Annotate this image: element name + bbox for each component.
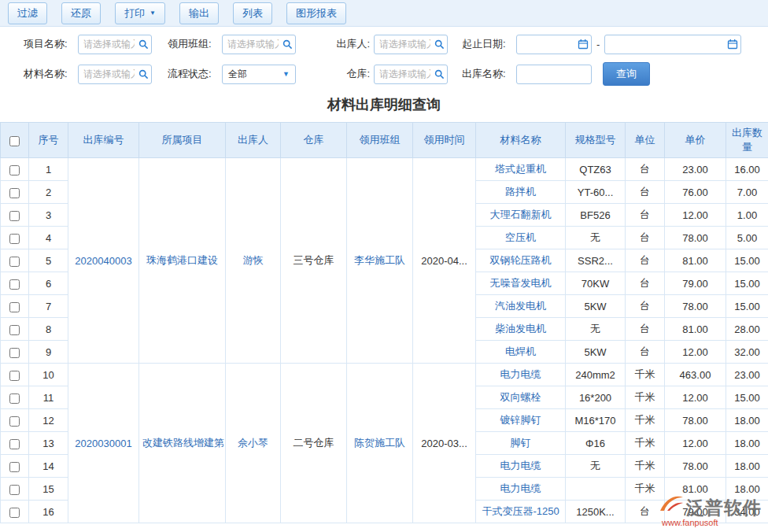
calendar-icon[interactable] xyxy=(725,35,740,54)
row-index: 5 xyxy=(29,249,68,272)
row-checkbox[interactable] xyxy=(9,462,20,472)
material-name-link[interactable]: 镀锌脚钉 xyxy=(476,409,566,432)
row-checkbox[interactable] xyxy=(9,302,20,312)
search-icon[interactable] xyxy=(135,65,151,83)
filter-team: 领用班组: xyxy=(168,35,296,54)
material-name-link[interactable]: 塔式起重机 xyxy=(476,158,566,181)
team-name-link[interactable]: 李华施工队 xyxy=(347,158,413,364)
row-checkbox[interactable] xyxy=(9,393,20,404)
select-all-checkbox[interactable] xyxy=(9,136,20,146)
row-checkbox[interactable] xyxy=(9,371,20,381)
row-index: 8 xyxy=(29,318,68,341)
search-icon[interactable] xyxy=(135,35,151,54)
graph-report-button[interactable]: 图形报表 xyxy=(286,2,346,24)
row-select-cell xyxy=(1,364,29,386)
filter-panel: 项目名称: 领用班组: 出库人: xyxy=(0,27,768,90)
material-name-link[interactable]: 汽油发电机 xyxy=(476,295,566,318)
export-button[interactable]: 输出 xyxy=(179,2,219,24)
outbound-qty: 16.00 xyxy=(726,158,768,181)
flow-status-select[interactable]: 全部 ▼ xyxy=(222,65,296,84)
unit-price: 78.00 xyxy=(665,409,726,432)
outbound-no-link[interactable]: 2020040003 xyxy=(68,158,139,364)
outbound-qty: 18.00 xyxy=(726,409,768,432)
filter-button[interactable]: 过滤 xyxy=(8,2,47,24)
spec-model: QTZ63 xyxy=(566,158,626,181)
unit: 台 xyxy=(626,249,665,272)
material-name-link[interactable]: 电焊机 xyxy=(476,341,566,364)
list-view-button[interactable]: 列表 xyxy=(233,2,272,24)
row-checkbox[interactable] xyxy=(9,257,20,267)
material-name-link[interactable]: 路拌机 xyxy=(476,181,566,204)
unit-price: 76.00 xyxy=(665,181,726,204)
spec-model: M16*170 xyxy=(566,409,626,432)
print-button[interactable]: 打印▼ xyxy=(115,2,165,24)
restore-button[interactable]: 还原 xyxy=(61,2,101,24)
table-row: 12020040003珠海鹤港口建设游恢三号仓库李华施工队2020-04...塔… xyxy=(1,158,768,181)
filter-outbound-name: 出库名称: 查询 xyxy=(462,62,650,86)
row-checkbox[interactable] xyxy=(9,416,20,427)
material-name-link[interactable]: 双钢轮压路机 xyxy=(476,249,566,272)
unit-price: 12.00 xyxy=(665,386,726,409)
unit-price: 79.00 xyxy=(665,501,726,523)
unit: 台 xyxy=(626,181,665,204)
material-name-link[interactable]: 双向螺栓 xyxy=(476,386,566,409)
restore-button-label: 还原 xyxy=(71,6,91,20)
date-start-field xyxy=(516,35,592,54)
col-header-spec: 规格型号 xyxy=(566,123,626,158)
unit-price: 12.00 xyxy=(665,432,726,455)
unit: 台 xyxy=(626,341,665,364)
material-name-link[interactable]: 电力电缆 xyxy=(476,455,566,478)
project-name-link[interactable]: 改建铁路线增建第 xyxy=(139,364,226,523)
material-name-link[interactable]: 无噪音发电机 xyxy=(476,272,566,295)
row-index: 14 xyxy=(29,455,68,478)
material-name-link[interactable]: 大理石翻新机 xyxy=(476,204,566,227)
material-name-link[interactable]: 柴油发电机 xyxy=(476,318,566,341)
outbound-no-link[interactable]: 2020030001 xyxy=(68,364,139,523)
outbound-qty: 15.00 xyxy=(726,249,768,272)
unit-price: 12.00 xyxy=(665,341,726,364)
row-checkbox[interactable] xyxy=(9,234,20,244)
row-select-cell xyxy=(1,272,29,295)
filter-issuer: 出库人: xyxy=(330,35,448,54)
row-select-cell xyxy=(1,181,29,204)
row-checkbox[interactable] xyxy=(9,439,20,449)
row-checkbox[interactable] xyxy=(9,211,20,221)
date-end-input[interactable] xyxy=(604,35,741,54)
col-header-team: 领用班组 xyxy=(347,123,413,158)
material-name-link[interactable]: 空压机 xyxy=(476,227,566,249)
filter-warehouse: 仓库: xyxy=(330,65,448,84)
outbound-name-label: 出库名称: xyxy=(462,67,512,81)
outbound-name-input[interactable] xyxy=(516,65,592,84)
row-checkbox[interactable] xyxy=(9,188,20,198)
row-checkbox[interactable] xyxy=(9,325,20,335)
flow-status-label: 流程状态: xyxy=(168,67,218,81)
issuer-name-link[interactable]: 佘小琴 xyxy=(226,364,281,523)
graph-report-button-label: 图形报表 xyxy=(296,6,337,20)
search-icon[interactable] xyxy=(431,65,447,83)
query-button[interactable]: 查询 xyxy=(603,62,650,86)
table-row: 102020030001改建铁路线增建第佘小琴二号仓库陈贺施工队2020-03.… xyxy=(1,364,768,386)
unit-price: 78.00 xyxy=(665,455,726,478)
team-name-link[interactable]: 陈贺施工队 xyxy=(347,364,413,523)
calendar-icon[interactable] xyxy=(575,35,591,54)
material-name-link[interactable]: 干式变压器-1250 xyxy=(476,501,566,523)
material-name-link[interactable]: 电力电缆 xyxy=(476,364,566,386)
outbound-qty: 23.00 xyxy=(726,364,768,386)
spec-model: 70KW xyxy=(566,272,626,295)
row-checkbox[interactable] xyxy=(9,485,20,495)
search-icon[interactable] xyxy=(431,35,447,54)
issuer-name-link[interactable]: 游恢 xyxy=(226,158,281,364)
row-index: 7 xyxy=(29,295,68,318)
row-checkbox[interactable] xyxy=(9,508,20,518)
unit-price: 12.00 xyxy=(665,204,726,227)
search-icon[interactable] xyxy=(279,35,295,54)
col-header-price: 单价 xyxy=(665,123,726,158)
row-checkbox[interactable] xyxy=(9,279,20,290)
material-name-link[interactable]: 脚钉 xyxy=(476,432,566,455)
material-name-link[interactable]: 电力电缆 xyxy=(476,478,566,501)
row-checkbox[interactable] xyxy=(9,165,20,175)
project-name-link[interactable]: 珠海鹤港口建设 xyxy=(139,158,226,364)
row-checkbox[interactable] xyxy=(9,348,20,358)
issue-time: 2020-03... xyxy=(413,364,476,523)
row-select-cell xyxy=(1,227,29,249)
